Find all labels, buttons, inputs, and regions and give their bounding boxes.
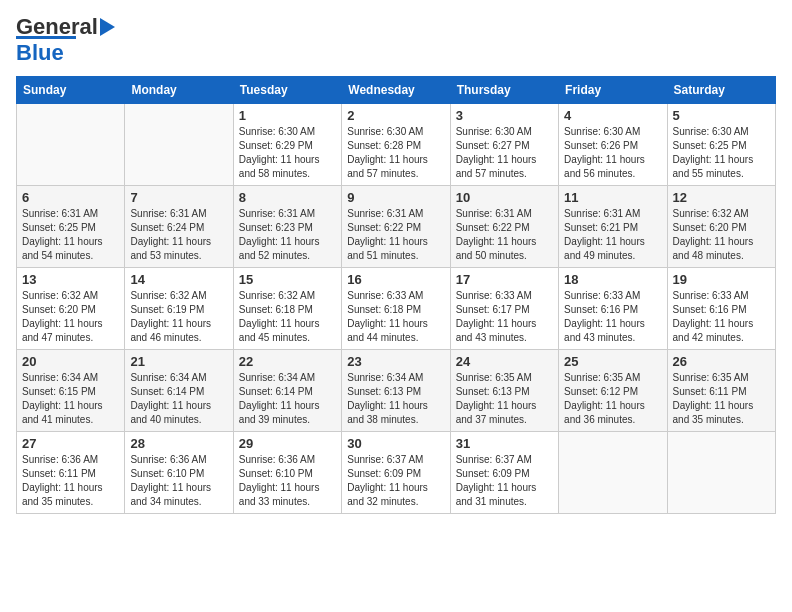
sunset-text: Sunset: 6:25 PM	[673, 139, 770, 153]
sunrise-text: Sunrise: 6:34 AM	[239, 371, 336, 385]
calendar-day-header: Friday	[559, 76, 667, 103]
calendar-cell: 19 Sunrise: 6:33 AM Sunset: 6:16 PM Dayl…	[667, 267, 775, 349]
day-info: Sunrise: 6:34 AM Sunset: 6:15 PM Dayligh…	[22, 371, 119, 427]
calendar-cell: 11 Sunrise: 6:31 AM Sunset: 6:21 PM Dayl…	[559, 185, 667, 267]
page-header: General Blue	[16, 16, 776, 66]
daylight-text: Daylight: 11 hours and 56 minutes.	[564, 153, 661, 181]
daylight-text: Daylight: 11 hours and 32 minutes.	[347, 481, 444, 509]
daylight-text: Daylight: 11 hours and 58 minutes.	[239, 153, 336, 181]
day-number: 21	[130, 354, 227, 369]
sunset-text: Sunset: 6:11 PM	[22, 467, 119, 481]
calendar-header-row: SundayMondayTuesdayWednesdayThursdayFrid…	[17, 76, 776, 103]
sunset-text: Sunset: 6:09 PM	[347, 467, 444, 481]
calendar-cell	[125, 103, 233, 185]
calendar-cell: 2 Sunrise: 6:30 AM Sunset: 6:28 PM Dayli…	[342, 103, 450, 185]
day-number: 10	[456, 190, 553, 205]
daylight-text: Daylight: 11 hours and 36 minutes.	[564, 399, 661, 427]
calendar-cell: 10 Sunrise: 6:31 AM Sunset: 6:22 PM Dayl…	[450, 185, 558, 267]
calendar-week-row: 27 Sunrise: 6:36 AM Sunset: 6:11 PM Dayl…	[17, 431, 776, 513]
daylight-text: Daylight: 11 hours and 43 minutes.	[564, 317, 661, 345]
day-number: 31	[456, 436, 553, 451]
day-info: Sunrise: 6:36 AM Sunset: 6:10 PM Dayligh…	[130, 453, 227, 509]
day-number: 12	[673, 190, 770, 205]
sunrise-text: Sunrise: 6:30 AM	[564, 125, 661, 139]
sunset-text: Sunset: 6:22 PM	[456, 221, 553, 235]
daylight-text: Daylight: 11 hours and 57 minutes.	[456, 153, 553, 181]
daylight-text: Daylight: 11 hours and 43 minutes.	[456, 317, 553, 345]
day-number: 19	[673, 272, 770, 287]
logo-line	[16, 36, 76, 39]
sunrise-text: Sunrise: 6:35 AM	[673, 371, 770, 385]
sunrise-text: Sunrise: 6:31 AM	[347, 207, 444, 221]
day-info: Sunrise: 6:32 AM Sunset: 6:19 PM Dayligh…	[130, 289, 227, 345]
daylight-text: Daylight: 11 hours and 50 minutes.	[456, 235, 553, 263]
sunset-text: Sunset: 6:20 PM	[673, 221, 770, 235]
day-info: Sunrise: 6:30 AM Sunset: 6:28 PM Dayligh…	[347, 125, 444, 181]
day-info: Sunrise: 6:32 AM Sunset: 6:20 PM Dayligh…	[673, 207, 770, 263]
daylight-text: Daylight: 11 hours and 55 minutes.	[673, 153, 770, 181]
sunset-text: Sunset: 6:13 PM	[347, 385, 444, 399]
sunrise-text: Sunrise: 6:32 AM	[673, 207, 770, 221]
sunrise-text: Sunrise: 6:33 AM	[673, 289, 770, 303]
day-number: 2	[347, 108, 444, 123]
sunrise-text: Sunrise: 6:36 AM	[239, 453, 336, 467]
calendar-cell: 27 Sunrise: 6:36 AM Sunset: 6:11 PM Dayl…	[17, 431, 125, 513]
calendar-cell: 22 Sunrise: 6:34 AM Sunset: 6:14 PM Dayl…	[233, 349, 341, 431]
sunset-text: Sunset: 6:14 PM	[130, 385, 227, 399]
calendar-cell: 14 Sunrise: 6:32 AM Sunset: 6:19 PM Dayl…	[125, 267, 233, 349]
daylight-text: Daylight: 11 hours and 47 minutes.	[22, 317, 119, 345]
daylight-text: Daylight: 11 hours and 42 minutes.	[673, 317, 770, 345]
day-info: Sunrise: 6:30 AM Sunset: 6:29 PM Dayligh…	[239, 125, 336, 181]
day-number: 18	[564, 272, 661, 287]
logo-arrow-icon	[100, 18, 115, 36]
daylight-text: Daylight: 11 hours and 35 minutes.	[22, 481, 119, 509]
sunset-text: Sunset: 6:19 PM	[130, 303, 227, 317]
calendar-day-header: Wednesday	[342, 76, 450, 103]
day-info: Sunrise: 6:31 AM Sunset: 6:24 PM Dayligh…	[130, 207, 227, 263]
calendar-week-row: 6 Sunrise: 6:31 AM Sunset: 6:25 PM Dayli…	[17, 185, 776, 267]
day-info: Sunrise: 6:30 AM Sunset: 6:25 PM Dayligh…	[673, 125, 770, 181]
calendar-cell: 17 Sunrise: 6:33 AM Sunset: 6:17 PM Dayl…	[450, 267, 558, 349]
daylight-text: Daylight: 11 hours and 39 minutes.	[239, 399, 336, 427]
sunrise-text: Sunrise: 6:32 AM	[22, 289, 119, 303]
day-number: 25	[564, 354, 661, 369]
calendar-week-row: 1 Sunrise: 6:30 AM Sunset: 6:29 PM Dayli…	[17, 103, 776, 185]
calendar-cell: 15 Sunrise: 6:32 AM Sunset: 6:18 PM Dayl…	[233, 267, 341, 349]
calendar-day-header: Thursday	[450, 76, 558, 103]
sunset-text: Sunset: 6:16 PM	[564, 303, 661, 317]
day-info: Sunrise: 6:35 AM Sunset: 6:13 PM Dayligh…	[456, 371, 553, 427]
day-number: 29	[239, 436, 336, 451]
daylight-text: Daylight: 11 hours and 46 minutes.	[130, 317, 227, 345]
sunrise-text: Sunrise: 6:32 AM	[130, 289, 227, 303]
daylight-text: Daylight: 11 hours and 40 minutes.	[130, 399, 227, 427]
calendar-cell: 25 Sunrise: 6:35 AM Sunset: 6:12 PM Dayl…	[559, 349, 667, 431]
calendar-day-header: Tuesday	[233, 76, 341, 103]
sunrise-text: Sunrise: 6:31 AM	[130, 207, 227, 221]
sunset-text: Sunset: 6:10 PM	[130, 467, 227, 481]
daylight-text: Daylight: 11 hours and 35 minutes.	[673, 399, 770, 427]
daylight-text: Daylight: 11 hours and 45 minutes.	[239, 317, 336, 345]
daylight-text: Daylight: 11 hours and 41 minutes.	[22, 399, 119, 427]
calendar-cell: 26 Sunrise: 6:35 AM Sunset: 6:11 PM Dayl…	[667, 349, 775, 431]
sunset-text: Sunset: 6:16 PM	[673, 303, 770, 317]
logo-general: General	[16, 16, 98, 38]
day-number: 24	[456, 354, 553, 369]
sunset-text: Sunset: 6:21 PM	[564, 221, 661, 235]
calendar-cell	[667, 431, 775, 513]
day-info: Sunrise: 6:30 AM Sunset: 6:26 PM Dayligh…	[564, 125, 661, 181]
daylight-text: Daylight: 11 hours and 31 minutes.	[456, 481, 553, 509]
day-number: 6	[22, 190, 119, 205]
day-number: 20	[22, 354, 119, 369]
day-number: 9	[347, 190, 444, 205]
calendar-cell: 4 Sunrise: 6:30 AM Sunset: 6:26 PM Dayli…	[559, 103, 667, 185]
day-number: 14	[130, 272, 227, 287]
sunset-text: Sunset: 6:20 PM	[22, 303, 119, 317]
day-number: 4	[564, 108, 661, 123]
sunset-text: Sunset: 6:26 PM	[564, 139, 661, 153]
day-info: Sunrise: 6:34 AM Sunset: 6:13 PM Dayligh…	[347, 371, 444, 427]
sunrise-text: Sunrise: 6:33 AM	[347, 289, 444, 303]
sunrise-text: Sunrise: 6:35 AM	[456, 371, 553, 385]
sunrise-text: Sunrise: 6:30 AM	[673, 125, 770, 139]
sunrise-text: Sunrise: 6:30 AM	[239, 125, 336, 139]
calendar-day-header: Monday	[125, 76, 233, 103]
